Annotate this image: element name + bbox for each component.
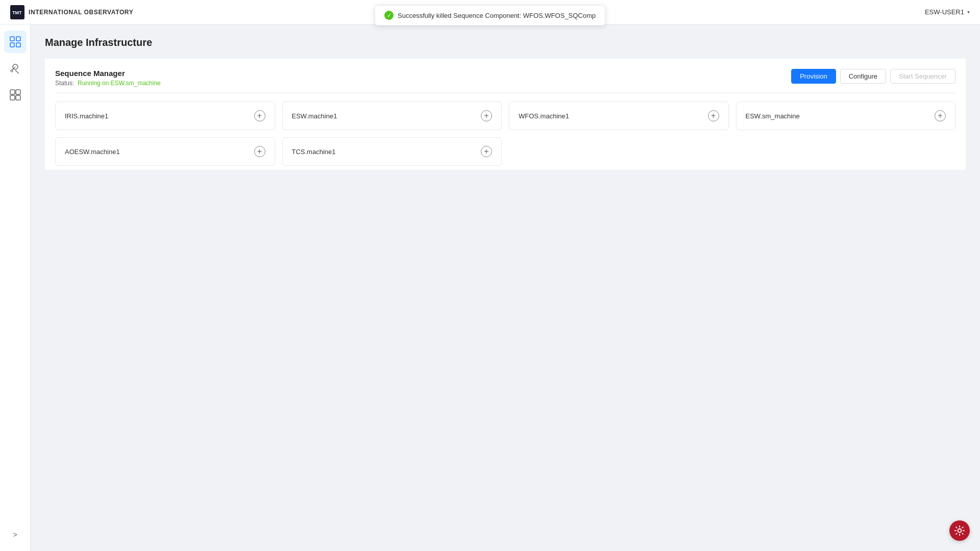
header-left: TMT INTERNATIONAL OBSERVATORY [10,5,133,19]
user-menu-chevron-icon: ▾ [967,9,970,15]
svg-rect-5 [16,43,20,47]
toast-notification: ✓ Successfully killed Sequence Component… [375,5,605,26]
toast-message: Successfully killed Sequence Component: … [398,12,596,19]
machine-add-icon: + [254,146,265,157]
settings-icon [954,525,965,536]
machine-add-icon: + [935,110,946,121]
expand-icon: > [13,531,17,539]
app-title: INTERNATIONAL OBSERVATORY [29,9,133,16]
sidebar: > [0,24,31,551]
machine-card-iris[interactable]: IRIS.machine1 + [55,102,275,130]
sequence-manager-section: Sequence Manager Status: Running on ESW.… [45,59,966,170]
section-status: Status: Running on ESW.sm_machine [55,80,161,87]
machine-card-wfos[interactable]: WFOS.machine1 + [509,102,729,130]
machine-add-icon: + [481,110,492,121]
machine-name: WFOS.machine1 [519,112,569,120]
toast-success-icon: ✓ [384,11,394,20]
status-value: Running on ESW.sm_machine [78,80,161,87]
configure-button[interactable]: Configure [840,69,886,84]
machine-card-esw[interactable]: ESW.machine1 + [282,102,502,130]
machine-name: ESW.sm_machine [746,112,800,120]
machine-name: IRIS.machine1 [65,112,108,120]
machines-grid: IRIS.machine1 + ESW.machine1 + WFOS.mach… [55,102,955,170]
sequencers-icon [10,89,21,101]
svg-rect-12 [10,95,15,100]
tmt-logo-icon: TMT [10,5,24,19]
machine-card-esw-sm[interactable]: ESW.sm_machine + [736,102,956,130]
svg-rect-2 [10,37,14,41]
sidebar-item-infrastructure[interactable] [4,31,27,53]
main-layout: > Manage Infrastructure Sequence Manager… [0,24,980,551]
main-content: Manage Infrastructure Sequence Manager S… [31,24,980,551]
section-title: Sequence Manager [55,69,161,78]
infrastructure-icon [10,36,21,47]
svg-point-14 [958,529,962,533]
machine-card-aoesw[interactable]: AOESW.machine1 + [55,137,275,166]
provision-button[interactable]: Provision [791,69,836,84]
svg-rect-3 [16,37,20,41]
machine-add-icon: + [708,110,719,121]
sidebar-expand-button[interactable]: > [9,529,21,541]
section-actions: Provision Configure Start Sequencer [791,69,955,84]
svg-text:TMT: TMT [12,10,22,15]
start-sequencer-button[interactable]: Start Sequencer [890,69,955,84]
section-header: Sequence Manager Status: Running on ESW.… [55,69,955,93]
username: ESW-USER1 [925,8,964,16]
sidebar-item-observations[interactable] [4,57,27,80]
sidebar-item-sequencers[interactable] [4,84,27,106]
svg-rect-13 [16,95,20,100]
svg-rect-10 [10,90,15,94]
settings-fab-button[interactable] [949,520,970,541]
svg-rect-4 [10,43,14,47]
machine-name: TCS.machine1 [292,148,336,156]
page-title: Manage Infrastructure [45,37,966,48]
machine-name: AOESW.machine1 [65,148,120,156]
machine-card-tcs[interactable]: TCS.machine1 + [282,137,502,166]
svg-line-8 [15,70,19,73]
user-menu[interactable]: ESW-USER1 ▾ [925,8,970,16]
observations-icon [10,63,21,74]
status-label: Status: [55,80,74,87]
machine-name: ESW.machine1 [292,112,337,120]
svg-rect-11 [16,90,20,94]
machine-add-icon: + [254,110,265,121]
section-info: Sequence Manager Status: Running on ESW.… [55,69,161,87]
app-header: TMT INTERNATIONAL OBSERVATORY ✓ Successf… [0,0,980,24]
machine-add-icon: + [481,146,492,157]
